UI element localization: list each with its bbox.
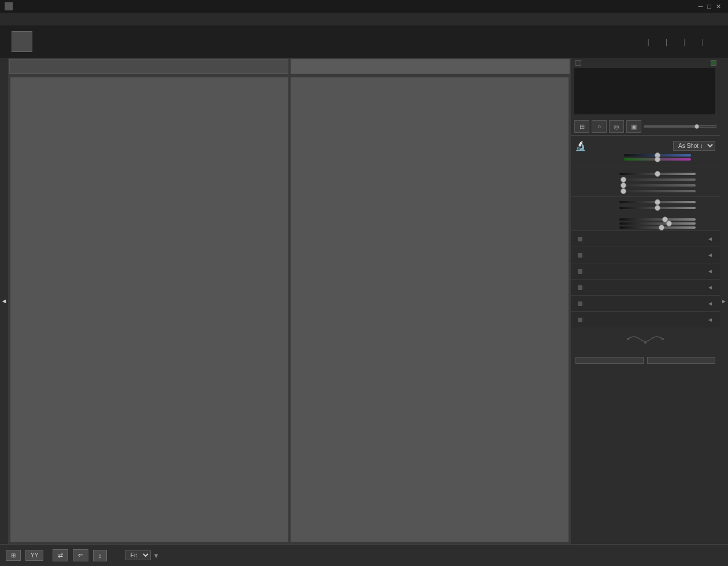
fill-light-track[interactable] [619,184,696,187]
redeye-icon: ◎ [614,123,619,131]
copy-btn[interactable]: ⇐ [73,549,88,561]
vignettes-arrow: ◄ [707,300,713,307]
clarity-track[interactable] [619,218,696,221]
vibrance-slider-row [571,222,720,225]
contrast-track[interactable] [619,207,696,209]
tint-thumb[interactable] [655,157,660,162]
logo-area [12,31,38,52]
close-btn[interactable]: ✕ [716,3,721,10]
presence-header [571,213,720,217]
temp-slider-row [575,154,715,157]
vibrance-thumb[interactable] [666,221,672,226]
nav-develop[interactable] [653,39,662,44]
vibrance-track[interactable] [619,222,696,225]
nav-library[interactable] [634,39,644,44]
photos-area [8,75,571,544]
detail-arrow: ◄ [707,284,713,291]
menu-view[interactable] [60,18,65,20]
app-icon [5,2,13,10]
brightness-thumb[interactable] [655,199,660,205]
hsl-panel[interactable]: ◄ [571,247,720,263]
menu-file[interactable] [2,18,7,20]
exposure-thumb[interactable] [655,171,660,177]
fill-light-slider-row [571,184,720,187]
brightness-slider-row [571,201,720,203]
menu-develop[interactable] [25,18,30,20]
split-toning-panel[interactable]: ◄ [571,263,720,279]
crop-icon: ⊞ [580,123,585,131]
nav-links: | | | | [634,38,716,46]
recovery-track[interactable] [619,178,696,181]
before-photo-canvas [10,77,288,542]
zoom-area: Fit Fill 1:1 1:2 ▼ [123,550,159,560]
left-panel-arrow: ◄ [1,297,8,304]
before-after-bar [8,58,571,75]
menu-settings[interactable] [49,18,53,20]
swap-btn[interactable]: ⇄ [53,549,68,561]
flip-btn[interactable]: ↕ [93,550,107,561]
histogram-section [571,58,720,118]
view-mode-btn[interactable]: ⊞ [6,550,21,561]
previous-button[interactable] [575,357,644,364]
left-panel-toggle[interactable]: ◄ [0,58,8,544]
exposure-slider-row [571,173,720,175]
tone-curve-toggle-dot [578,237,582,241]
camera-cal-toggle-dot [578,318,582,322]
zoom-dropdown-arrow: ▼ [153,552,159,559]
camera-cal-arrow: ◄ [707,316,713,323]
hsl-toggle-dot [578,253,582,258]
saturation-track[interactable] [619,226,696,229]
header: | | | | [0,25,728,58]
blacks-thumb[interactable] [621,188,626,194]
nav-print[interactable] [689,39,699,44]
vignettes-panel[interactable]: ◄ [571,295,720,311]
before-label [9,59,288,74]
wb-dropdown[interactable]: As Shot ↕ Auto Daylight Cloudy Custom [673,141,715,151]
brightness-track[interactable] [619,201,696,203]
graduated-filter-tool[interactable]: ▣ [626,120,641,133]
menu-window[interactable] [72,18,76,20]
exposure-track[interactable] [619,173,696,175]
tone-curve-arrow: ◄ [707,236,713,242]
minimize-btn[interactable]: ─ [699,3,703,10]
detail-panel[interactable]: ◄ [571,279,720,295]
fill-light-thumb[interactable] [621,183,626,188]
camera-calibration-panel[interactable]: ◄ [571,311,720,327]
redeye-tool[interactable]: ◎ [609,120,624,133]
wb-row: 🔬 As Shot ↕ Auto Daylight Cloudy Custom [575,139,715,152]
crop-tool[interactable]: ⊞ [574,120,589,133]
spot-removal-tool[interactable]: ○ [592,120,607,133]
recovery-thumb[interactable] [621,177,626,183]
right-panel-edge-toggle[interactable]: ► [720,58,728,544]
set-default-button[interactable] [647,357,715,364]
wb-section: 🔬 As Shot ↕ Auto Daylight Cloudy Custom [571,136,720,166]
hist-clipping-highlights[interactable] [711,60,716,66]
after-photo-canvas [291,77,569,542]
tool-slider-area [644,125,716,128]
nav-web[interactable] [707,39,716,44]
contrast-thumb[interactable] [655,205,660,211]
compare-mode-btn[interactable]: YY [25,550,43,561]
ornament-svg [622,332,668,346]
lr-badge [12,31,32,52]
blacks-slider-row [571,190,720,192]
saturation-thumb[interactable] [659,225,664,230]
right-panel-arrow: ► [721,298,727,304]
split-toning-arrow: ◄ [707,268,713,274]
maximize-btn[interactable]: □ [707,3,711,10]
spot-icon: ○ [597,123,601,130]
tone-curve-panel[interactable]: ◄ [571,230,720,247]
menu-edit[interactable] [14,18,18,20]
wb-eyedropper-tool[interactable]: 🔬 [575,139,586,152]
presence-section [571,213,720,230]
blacks-track[interactable] [619,190,696,192]
zoom-dropdown[interactable]: Fit Fill 1:1 1:2 [125,550,151,560]
hist-clipping-shadows[interactable] [575,60,581,66]
menu-help[interactable] [83,18,88,20]
tint-track[interactable] [624,158,691,161]
menu-photo[interactable] [37,18,42,20]
graduated-icon: ▣ [631,123,637,131]
histogram-chart [574,68,715,114]
histogram-canvas [574,68,715,114]
nav-slideshow[interactable] [671,39,680,44]
